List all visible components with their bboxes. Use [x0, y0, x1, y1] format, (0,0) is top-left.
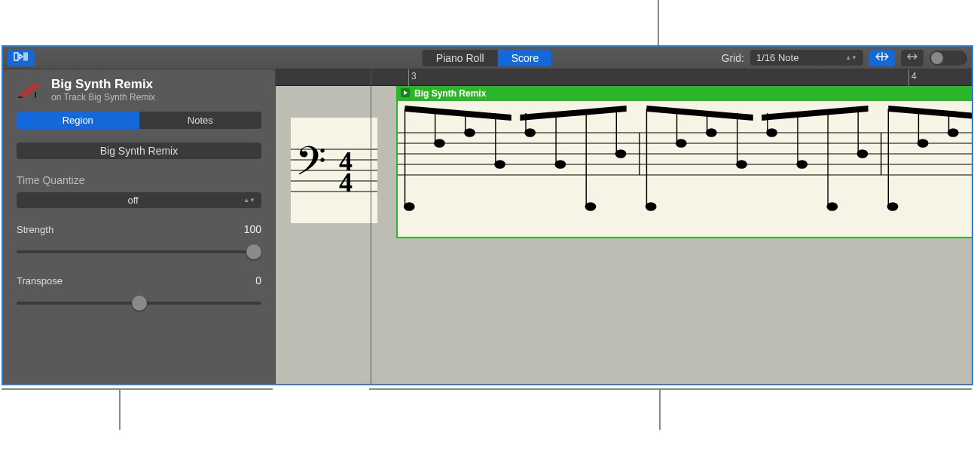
catch-playhead-icon — [875, 51, 889, 64]
strength-slider[interactable] — [17, 244, 261, 259]
svg-point-30 — [615, 150, 625, 158]
score-editor-window: Piano Roll Score Grid: 1/16 Note ▲▼ — [2, 45, 973, 385]
tab-score[interactable]: Score — [498, 50, 553, 66]
callout-bracket-left — [2, 388, 273, 390]
ruler-bar-3: 3 — [411, 71, 417, 81]
vertical-auto-zoom-icon — [907, 51, 917, 64]
svg-point-18 — [435, 139, 444, 147]
score-display[interactable]: 3 4 𝄢 4 4 — [276, 69, 972, 384]
notation-canvas — [398, 101, 973, 238]
svg-marker-14 — [520, 106, 626, 121]
slider-knob — [246, 244, 261, 259]
svg-point-24 — [525, 129, 535, 136]
chevron-updown-icon: ▲▼ — [845, 56, 857, 60]
svg-point-22 — [495, 161, 505, 168]
link-toggle[interactable] — [930, 51, 967, 66]
empty-score-area — [276, 264, 972, 384]
play-region-icon — [401, 88, 410, 100]
inspector-panel: Big Synth Remix on Track Big Synth Remix… — [3, 69, 276, 384]
region-title: Big Synth Remix — [51, 77, 155, 92]
ruler-bar-4: 4 — [911, 71, 917, 81]
playhead[interactable] — [371, 69, 371, 384]
bar-ruler[interactable]: 3 4 — [276, 69, 972, 86]
callout-line-bottom-left — [119, 388, 121, 430]
callout-line-top — [658, 0, 659, 45]
view-mode-segmented-control: Piano Roll Score — [423, 50, 552, 66]
region-header[interactable]: Big Synth Remix — [396, 86, 973, 101]
grid-value: 1/16 Note — [756, 52, 798, 63]
inspector-tabs: Region Notes — [17, 112, 261, 129]
strength-value: 100 — [244, 223, 261, 235]
svg-rect-0 — [18, 97, 23, 98]
region-track-subtitle: on Track Big Synth Remix — [51, 92, 155, 103]
time-quantize-label: Time Quantize — [17, 174, 261, 186]
time-signature: 4 4 — [339, 151, 353, 193]
callout-line-bottom-right — [659, 388, 661, 430]
bass-clef-icon: 𝄢 — [295, 139, 326, 193]
grid-label: Grid: — [722, 52, 744, 64]
svg-rect-1 — [35, 92, 36, 98]
toggle-knob — [931, 52, 943, 64]
instrument-icon — [17, 77, 42, 103]
note-group — [405, 106, 640, 210]
time-quantize-select[interactable]: off ▲▼ — [17, 192, 261, 208]
svg-point-26 — [555, 161, 565, 168]
chevron-updown-icon: ▲▼ — [243, 198, 255, 203]
time-sig-denominator: 4 — [339, 172, 353, 193]
transpose-label: Transpose — [17, 275, 63, 287]
slider-knob — [132, 296, 147, 311]
editor-toolbar: Piano Roll Score Grid: 1/16 Note ▲▼ — [3, 47, 972, 69]
catch-playhead-button[interactable] — [869, 50, 895, 66]
svg-point-16 — [405, 203, 414, 210]
clef-and-signature: 𝄢 4 4 — [291, 118, 377, 223]
grid-select[interactable]: 1/16 Note ▲▼ — [750, 50, 863, 66]
tab-piano-roll[interactable]: Piano Roll — [423, 50, 498, 66]
toggle-inspector-button[interactable] — [8, 50, 35, 66]
slider-track — [17, 250, 261, 253]
transpose-value: 0 — [255, 274, 261, 287]
music-region[interactable] — [396, 101, 973, 238]
strength-label: Strength — [17, 224, 53, 235]
transpose-slider[interactable] — [17, 296, 261, 311]
tab-notes[interactable]: Notes — [139, 112, 262, 129]
region-name-field[interactable]: Big Synth Remix — [17, 143, 261, 159]
time-quantize-value: off — [23, 195, 243, 206]
horizontal-auto-zoom-button[interactable] — [901, 50, 924, 66]
svg-point-28 — [585, 203, 595, 210]
tab-region[interactable]: Region — [17, 112, 139, 129]
region-header-title: Big Synth Remix — [414, 88, 486, 99]
svg-point-20 — [465, 129, 475, 136]
sidebar-toggle-icon — [14, 51, 29, 64]
callout-bracket-right — [369, 388, 972, 390]
